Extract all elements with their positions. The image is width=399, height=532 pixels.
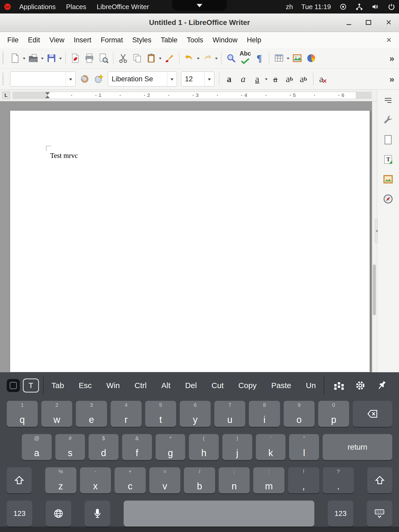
- insert-table-button[interactable]: [272, 51, 286, 65]
- combo-dropdown-icon[interactable]: [204, 72, 214, 86]
- sidebar-hide-handle[interactable]: [375, 219, 378, 243]
- clone-formatting-button[interactable]: [162, 51, 176, 65]
- globe-key[interactable]: [46, 501, 71, 527]
- shortcut-key[interactable]: Win: [107, 381, 120, 390]
- paragraph-style-combobox[interactable]: [10, 71, 76, 87]
- toolbar-overflow-button[interactable]: »: [388, 74, 395, 84]
- letter-key[interactable]: :m: [253, 467, 284, 493]
- sidebar-settings-icon[interactable]: [382, 94, 394, 106]
- shortcut-key[interactable]: Cut: [211, 381, 224, 390]
- paste-dropdown[interactable]: [158, 51, 162, 65]
- toolbar-overflow-button[interactable]: »: [388, 53, 395, 63]
- network-icon[interactable]: [355, 3, 363, 11]
- formatting-marks-button[interactable]: ¶: [252, 51, 266, 65]
- menu-item[interactable]: Help: [242, 36, 266, 44]
- superscript-button[interactable]: ab: [282, 72, 296, 86]
- spell-check-button[interactable]: Abc: [238, 51, 252, 65]
- hanging-indent-marker[interactable]: [45, 96, 50, 98]
- numbers-key-right[interactable]: 123: [328, 501, 353, 527]
- letter-key[interactable]: &f: [122, 434, 152, 460]
- update-style-button[interactable]: [78, 72, 92, 86]
- letter-key[interactable]: #s: [55, 434, 85, 460]
- close-window-button[interactable]: ✕: [386, 19, 392, 26]
- volume-icon[interactable]: [371, 3, 379, 11]
- print-button[interactable]: [82, 51, 96, 65]
- print-preview-button[interactable]: [96, 51, 110, 65]
- places-menu[interactable]: Places: [61, 3, 91, 11]
- shortcut-key[interactable]: Esc: [79, 381, 92, 390]
- styles-panel-icon[interactable]: T: [382, 154, 394, 165]
- close-document-button[interactable]: ✕: [386, 36, 396, 44]
- menu-item[interactable]: View: [45, 36, 69, 44]
- toolbar-grip[interactable]: [3, 52, 5, 64]
- letter-key[interactable]: 7u: [214, 401, 245, 427]
- numbers-key-left[interactable]: 123: [7, 501, 32, 527]
- menu-item[interactable]: Insert: [69, 36, 96, 44]
- insert-table-dropdown[interactable]: [286, 51, 290, 65]
- open-button[interactable]: [26, 51, 40, 65]
- gallery-panel-icon[interactable]: [382, 173, 394, 185]
- menu-item[interactable]: File: [3, 36, 23, 44]
- letter-key[interactable]: 0p: [318, 401, 349, 427]
- letter-key[interactable]: 2w: [41, 401, 72, 427]
- menu-item[interactable]: Tools: [182, 36, 208, 44]
- tab-stop-selector[interactable]: L: [2, 92, 10, 99]
- screen-share-icon[interactable]: [339, 3, 347, 11]
- letter-key[interactable]: (h: [189, 434, 219, 460]
- find-replace-button[interactable]: [224, 51, 238, 65]
- keyboard-settings-gear-icon[interactable]: [355, 380, 366, 391]
- letter-key[interactable]: *g: [156, 434, 185, 460]
- letter-key[interactable]: @a: [22, 434, 52, 460]
- menu-item[interactable]: Edit: [23, 36, 45, 44]
- keyboard-mode-toggle[interactable]: T: [7, 378, 39, 393]
- font-size-combobox[interactable]: 12: [181, 71, 214, 87]
- toolbar-grip[interactable]: [3, 73, 5, 85]
- letter-key[interactable]: 'k: [256, 434, 286, 460]
- italic-button[interactable]: a: [236, 72, 250, 86]
- minimize-button[interactable]: [347, 18, 351, 27]
- shortcut-key[interactable]: Alt: [161, 381, 170, 390]
- return-key[interactable]: return: [323, 434, 392, 460]
- letter-key[interactable]: $d: [89, 434, 118, 460]
- backspace-key[interactable]: [353, 401, 392, 427]
- letter-key[interactable]: ;n: [219, 467, 250, 493]
- space-key[interactable]: [124, 501, 314, 527]
- letter-key[interactable]: 4r: [111, 401, 142, 427]
- letter-key[interactable]: /b: [184, 467, 215, 493]
- distro-logo-icon[interactable]: [4, 3, 11, 11]
- trackpad-toggle-icon[interactable]: [7, 379, 20, 392]
- menu-item[interactable]: Format: [96, 36, 128, 44]
- keyboard-pin-icon[interactable]: [376, 380, 387, 391]
- indent-marker[interactable]: [45, 92, 50, 98]
- clear-formatting-button[interactable]: a✕: [316, 72, 330, 86]
- redo-dropdown[interactable]: [214, 51, 218, 65]
- letter-key[interactable]: !,: [288, 467, 319, 493]
- cut-button[interactable]: [116, 51, 130, 65]
- undo-dropdown[interactable]: [196, 51, 200, 65]
- remote-client-pull-tab[interactable]: [172, 0, 227, 11]
- new-document-dropdown[interactable]: [22, 51, 26, 65]
- new-style-button[interactable]: [92, 72, 106, 86]
- menu-item[interactable]: Table: [156, 36, 182, 44]
- undo-button[interactable]: [182, 51, 196, 65]
- letter-key[interactable]: "l: [289, 434, 319, 460]
- dismiss-keyboard-key[interactable]: [367, 501, 392, 527]
- letter-key[interactable]: 3e: [76, 401, 107, 427]
- letter-key[interactable]: %z: [45, 467, 76, 493]
- shift-key-right[interactable]: [367, 467, 392, 493]
- menu-item[interactable]: Styles: [128, 36, 156, 44]
- combo-dropdown-icon[interactable]: [167, 72, 177, 86]
- dictation-mic-key[interactable]: [85, 501, 110, 527]
- letter-key[interactable]: 5t: [145, 401, 176, 427]
- letter-key[interactable]: 6y: [180, 401, 211, 427]
- bold-button[interactable]: a: [222, 72, 236, 86]
- insert-image-button[interactable]: [290, 51, 304, 65]
- shift-key-left[interactable]: [7, 467, 32, 493]
- export-pdf-button[interactable]: [68, 51, 82, 65]
- text-mode-toggle[interactable]: T: [23, 378, 39, 393]
- shortcut-key[interactable]: Ctrl: [135, 381, 147, 390]
- shortcut-key[interactable]: Copy: [238, 381, 257, 390]
- maximize-button[interactable]: [366, 18, 371, 27]
- underline-dropdown[interactable]: [264, 72, 268, 86]
- active-window-menu[interactable]: LibreOffice Writer: [91, 3, 154, 11]
